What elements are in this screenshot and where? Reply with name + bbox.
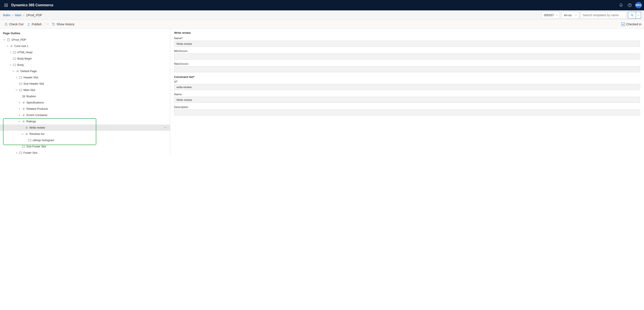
page-outline-pane: Page Outline 1Prod_PDP Core root 1 HTML …	[0, 28, 170, 155]
maxoccurs-label: MaxOccurs	[174, 62, 640, 65]
module-icon	[16, 70, 19, 73]
chevron-down-icon[interactable]	[15, 89, 18, 91]
tree-row-sub-header-slot[interactable]: Sub Header Slot	[0, 81, 170, 87]
slot-icon	[19, 89, 22, 91]
tree-row-body[interactable]: Body	[0, 62, 170, 68]
module-icon	[22, 101, 25, 104]
notifications-icon[interactable]	[617, 0, 625, 10]
name-input[interactable]	[174, 41, 640, 47]
tree-row-write-review[interactable]: Write review ···	[0, 125, 170, 131]
command-overflow-button[interactable]	[45, 22, 50, 26]
chevron-down-icon[interactable]	[6, 45, 9, 47]
search-more-button[interactable]	[636, 12, 641, 19]
svg-point-26	[23, 115, 24, 116]
slot-icon	[13, 64, 16, 66]
field-minoccurs: MinOccurs	[174, 49, 640, 60]
site-dropdown-value: 000037	[544, 13, 554, 17]
tree-label: Sub Header Slot	[24, 82, 44, 85]
publish-button[interactable]: Publish	[25, 21, 43, 28]
chevron-down-icon[interactable]	[18, 120, 21, 123]
chevron-down-icon	[556, 13, 558, 17]
page-icon	[7, 38, 10, 41]
outline-tree: 1Prod_PDP Core root 1 HTML Head Body Beg…	[0, 37, 170, 155]
svg-rect-31	[22, 146, 25, 148]
svg-rect-14	[13, 51, 16, 53]
svg-rect-32	[19, 152, 22, 154]
user-avatar[interactable]: MRG	[635, 2, 642, 8]
tree-row-main-slot[interactable]: Main Slot	[0, 87, 170, 93]
chevron-down-icon[interactable]	[12, 70, 15, 72]
tree-row-enrich-container[interactable]: Enrich Container	[0, 112, 170, 118]
description-label: Description	[174, 105, 640, 109]
tree-row-ratings[interactable]: Ratings	[0, 118, 170, 125]
search-input[interactable]	[581, 12, 626, 19]
tree-label: Buybox	[26, 95, 36, 98]
cs-name-label: Name	[174, 93, 640, 96]
description-input[interactable]	[174, 110, 640, 116]
site-dropdown[interactable]: 000037	[542, 12, 560, 19]
tree-row-reviews-list[interactable]: Reviews list	[0, 131, 170, 137]
id-label: Id*	[174, 80, 640, 83]
tree-row-ratings-histogram[interactable]: ratings histogram	[0, 137, 170, 143]
cs-name-input[interactable]	[174, 97, 640, 103]
chevron-right-icon[interactable]	[18, 102, 21, 104]
tree-row-related-products[interactable]: Related Products	[0, 106, 170, 112]
tree-row-default-page[interactable]: Default Page	[0, 68, 170, 74]
breadcrumb-link-1[interactable]: fedev	[3, 13, 10, 17]
tree-row-header-slot[interactable]: Header Slot	[0, 74, 170, 81]
more-icon[interactable]: ···	[164, 126, 167, 129]
tree-label: 1Prod_PDP	[11, 38, 26, 41]
tree-row-html-head[interactable]: HTML Head	[0, 49, 170, 55]
chevron-down-icon[interactable]	[9, 64, 12, 66]
tree-label: Related Products	[26, 107, 48, 110]
svg-rect-21	[22, 95, 24, 97]
svg-point-24	[23, 102, 24, 103]
svg-rect-5	[7, 5, 8, 6]
tree-label: Reviews list	[30, 132, 44, 136]
svg-rect-4	[6, 5, 6, 6]
locale-dropdown[interactable]: en-us	[562, 12, 579, 19]
id-input[interactable]	[174, 84, 640, 90]
svg-rect-0	[4, 4, 5, 4]
tree-row-root[interactable]: 1Prod_PDP	[0, 37, 170, 43]
tree-row-body-begin[interactable]: Body Begin	[0, 55, 170, 62]
app-launcher-icon[interactable]	[2, 1, 10, 9]
help-icon[interactable]	[625, 0, 634, 10]
chevron-down-icon[interactable]	[21, 133, 24, 135]
maxoccurs-input[interactable]	[174, 66, 640, 72]
tree-row-sub-footer-slot[interactable]: Sub Footer Slot	[0, 143, 170, 150]
slot-icon	[19, 83, 22, 85]
field-cs-name: Name	[174, 93, 640, 103]
checked-in-status: Checked in	[622, 22, 642, 26]
tree-row-core-root[interactable]: Core root 1	[0, 43, 170, 49]
svg-point-13	[11, 46, 12, 46]
chevron-right-icon[interactable]	[18, 108, 21, 110]
check-out-button[interactable]: Check Out	[2, 21, 25, 28]
svg-point-11	[631, 14, 632, 15]
chevron-down-icon[interactable]	[3, 39, 6, 41]
module-icon	[22, 120, 25, 123]
svg-rect-7	[6, 6, 6, 7]
breadcrumb-link-2[interactable]: Main	[15, 13, 22, 17]
divider	[44, 22, 44, 26]
tree-label: Footer Slot	[24, 151, 37, 154]
svg-rect-18	[19, 77, 22, 78]
field-id: Id*	[174, 80, 640, 90]
search-button[interactable]	[628, 12, 636, 19]
tree-row-footer-slot[interactable]: Footer Slot	[0, 150, 170, 155]
chevron-right-icon[interactable]	[9, 51, 12, 53]
breadcrumb: fedev › Main › 1Prod_PDP	[3, 13, 42, 17]
svg-point-27	[23, 121, 24, 122]
command-bar: Check Out Publish Show History Checked i…	[0, 20, 644, 28]
tree-row-buybox[interactable]: Buybox	[0, 93, 170, 99]
chevron-right-icon[interactable]	[18, 114, 21, 116]
show-history-button[interactable]: Show History	[50, 21, 76, 28]
show-history-label: Show History	[56, 22, 74, 26]
properties-title: Write review	[174, 31, 640, 34]
chevron-right-icon: ›	[23, 13, 24, 17]
tree-label: Enrich Container	[26, 113, 48, 117]
minoccurs-input[interactable]	[174, 53, 640, 60]
chevron-right-icon[interactable]	[15, 152, 18, 154]
chevron-right-icon[interactable]	[15, 76, 18, 79]
tree-row-specifications[interactable]: Specifications	[0, 99, 170, 106]
